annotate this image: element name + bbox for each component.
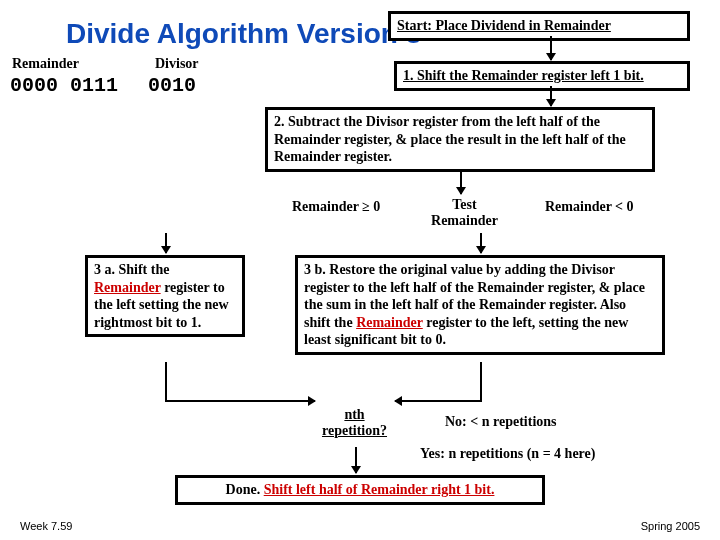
done-red: Shift left half of Remainder right 1 bit…: [264, 482, 495, 497]
test-line1: Test: [417, 197, 512, 213]
divisor-value: 0010: [148, 74, 196, 97]
arrow-3a-join: [165, 400, 315, 402]
step1-text: 1. Shift the Remainder register left 1 b…: [403, 68, 644, 83]
test-diamond: Test Remainder: [417, 197, 512, 229]
test-left-label: Remainder ≥ 0: [292, 199, 380, 215]
nth-line1: nth: [312, 407, 397, 423]
arrow-3a-down: [165, 362, 167, 402]
no-label: No: < n repetitions: [445, 414, 557, 430]
footer-right: Spring 2005: [641, 520, 700, 532]
step3a-rem: Remainder: [94, 280, 161, 295]
arrow-3b-down: [480, 362, 482, 402]
test-right-label: Remainder < 0: [545, 199, 634, 215]
arrow-step2-test: [460, 170, 462, 194]
start-text: Start: Place Dividend in Remainder: [397, 18, 611, 33]
step3b-rem: Remainder: [356, 315, 423, 330]
step3b-box: 3 b. Restore the original value by addin…: [295, 255, 665, 355]
nth-diamond: nth repetition?: [312, 407, 397, 439]
test-line2: Remainder: [417, 213, 512, 229]
done-box: Done. Shift left half of Remainder right…: [175, 475, 545, 505]
remainder-label: Remainder: [12, 56, 79, 72]
arrow-test-3a: [165, 233, 167, 253]
start-box: Start: Place Dividend in Remainder: [388, 11, 690, 41]
done-pre: Done.: [226, 482, 264, 497]
arrow-step1-step2: [550, 86, 552, 106]
step2-text: 2. Subtract the Divisor register from th…: [274, 114, 626, 164]
arrow-nth-done: [355, 447, 357, 473]
arrow-3b-join: [395, 400, 482, 402]
step3a-box: 3 a. Shift the Remainder register to the…: [85, 255, 245, 337]
arrow-test-3b: [480, 233, 482, 253]
yes-label: Yes: n repetitions (n = 4 here): [420, 446, 595, 462]
step2-box: 2. Subtract the Divisor register from th…: [265, 107, 655, 172]
footer-left: Week 7.59: [20, 520, 72, 532]
nth-line2: repetition?: [312, 423, 397, 439]
step1-box: 1. Shift the Remainder register left 1 b…: [394, 61, 690, 91]
step3a-pre: 3 a. Shift the: [94, 262, 169, 277]
remainder-value: 0000 0111: [10, 74, 118, 97]
divisor-label: Divisor: [155, 56, 199, 72]
page-title: Divide Algorithm Version 3: [66, 18, 421, 50]
arrow-start-step1: [550, 36, 552, 60]
